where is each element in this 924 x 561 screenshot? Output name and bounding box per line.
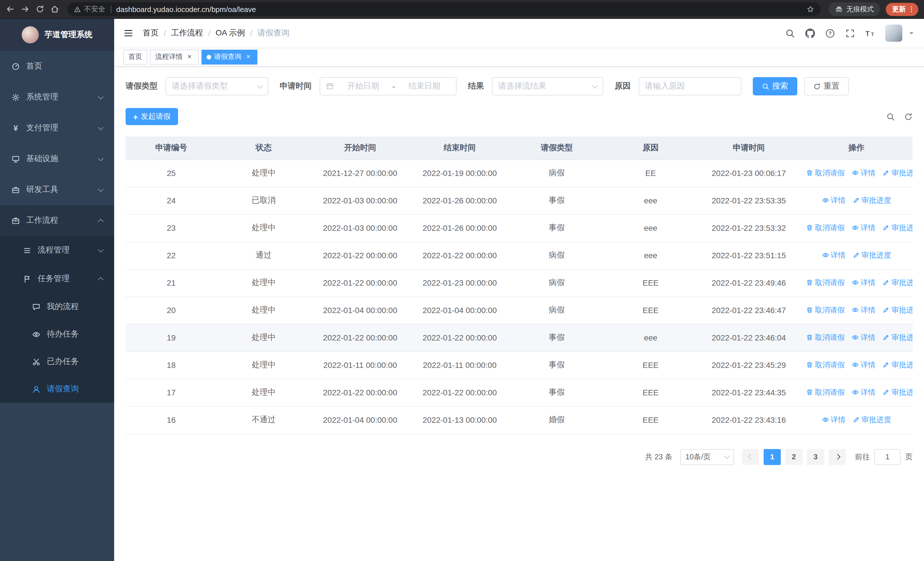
page-button-1[interactable]: 1 [764, 449, 781, 465]
progress-action-link[interactable]: 审批进度 [882, 360, 913, 370]
result-select[interactable]: 请选择流结果 [492, 77, 603, 95]
user-avatar[interactable] [885, 24, 902, 42]
progress-action-link[interactable]: 审批进度 [852, 250, 891, 260]
font-size-icon[interactable]: TT [865, 28, 875, 38]
progress-action-link[interactable]: 审批进度 [882, 278, 913, 288]
progress-action-label: 审批进度 [891, 278, 913, 288]
page-size-select[interactable]: 10条/页 [680, 449, 734, 465]
sidebar-item-devtools[interactable]: 研发工具 [0, 174, 114, 205]
page-button-2[interactable]: 2 [785, 449, 802, 465]
page-button-3[interactable]: 3 [807, 449, 824, 465]
table-search-icon[interactable] [886, 112, 895, 121]
reset-button[interactable]: 重置 [804, 77, 849, 95]
sidebar-item-task-mgmt[interactable]: 任务管理 [0, 265, 114, 293]
detail-action-link[interactable]: 详情 [852, 360, 876, 370]
create-leave-button[interactable]: + 发起请假 [126, 108, 178, 125]
cancel-action-link[interactable]: 取消请假 [806, 305, 844, 315]
bookmark-star-icon[interactable] [806, 5, 814, 13]
kebab-menu-icon[interactable] [908, 5, 915, 13]
progress-action-link[interactable]: 审批进度 [882, 332, 913, 343]
cancel-action-link[interactable]: 取消请假 [806, 360, 844, 370]
progress-action-link[interactable]: 审批进度 [882, 223, 913, 233]
column-header: 操作 [800, 137, 913, 159]
leave-type-select[interactable]: 请选择请假类型 [165, 77, 268, 95]
home-icon[interactable] [50, 5, 59, 14]
breadcrumb-item-home[interactable]: 首页 [142, 28, 159, 38]
tab-leave-query[interactable]: 请假查询 × [201, 50, 257, 64]
cancel-action-link[interactable]: 取消请假 [806, 168, 844, 178]
date-range-picker[interactable]: 开始日期 - 结束日期 [320, 77, 457, 95]
calendar-icon [326, 82, 334, 90]
detail-action-link[interactable]: 详情 [822, 415, 846, 425]
workflow-icon [11, 216, 20, 225]
detail-action-link[interactable]: 详情 [852, 223, 876, 233]
back-icon[interactable] [6, 5, 15, 14]
fullscreen-icon[interactable] [845, 28, 855, 38]
progress-action-link[interactable]: 审批进度 [882, 305, 913, 315]
table-row: 21处理中2022-01-22 00:00:002022-01-23 00:00… [126, 269, 913, 296]
svg-text:T: T [866, 30, 870, 37]
table-refresh-icon[interactable] [904, 112, 913, 121]
refresh-icon [813, 83, 821, 90]
cell-type: 事假 [510, 324, 604, 351]
reason-input[interactable]: 请输入原因 [639, 77, 741, 95]
detail-action-link[interactable]: 详情 [852, 278, 876, 288]
close-icon[interactable]: × [244, 53, 252, 61]
detail-action-link[interactable]: 详情 [852, 305, 876, 315]
svg-text:?: ? [828, 30, 831, 36]
close-icon[interactable]: × [186, 53, 194, 61]
breadcrumb-item-oa-example[interactable]: OA 示例 [216, 28, 245, 38]
tab-home[interactable]: 首页 [123, 50, 147, 64]
cell-start: 2022-01-04 00:00:00 [310, 406, 410, 434]
table-row: 16不通过2022-01-04 00:00:002022-01-13 00:00… [126, 406, 913, 434]
eye-icon [852, 224, 859, 232]
update-button[interactable]: 更新 [886, 3, 918, 16]
search-button[interactable]: 搜索 [753, 77, 797, 95]
sidebar-item-system[interactable]: 系统管理 [0, 82, 114, 113]
tab-process-detail[interactable]: 流程详情 × [150, 50, 199, 64]
chevron-down-icon [98, 93, 104, 99]
detail-action-link[interactable]: 详情 [852, 168, 876, 178]
edit-icon [882, 279, 890, 286]
sidebar-item-home[interactable]: 首页 [0, 51, 114, 82]
goto-page-input[interactable] [874, 449, 901, 465]
sidebar-item-payment[interactable]: ¥支付管理 [0, 113, 114, 143]
hamburger-icon[interactable] [123, 28, 134, 38]
forward-icon[interactable] [21, 5, 30, 14]
help-icon[interactable]: ? [825, 28, 835, 38]
detail-action-link[interactable]: 详情 [822, 250, 846, 260]
progress-action-link[interactable]: 审批进度 [852, 415, 891, 425]
trash-icon [806, 389, 813, 396]
sidebar-item-leave-query[interactable]: 请假查询 [0, 375, 114, 403]
detail-action-link[interactable]: 详情 [822, 196, 846, 206]
progress-action-link[interactable]: 审批进度 [882, 168, 913, 178]
sidebar-item-my-process[interactable]: 我的流程 [0, 293, 114, 320]
address-bar[interactable]: 不安全 dashboard.yudao.iocoder.cn/bpm/oa/le… [68, 2, 821, 16]
progress-action-link[interactable]: 审批进度 [852, 196, 891, 206]
breadcrumb-item-workflow[interactable]: 工作流程 [171, 28, 203, 38]
prev-page-button[interactable] [742, 449, 759, 465]
cell-reason: EEE [604, 379, 698, 406]
cancel-action-link[interactable]: 取消请假 [806, 278, 844, 288]
cancel-action-link[interactable]: 取消请假 [806, 223, 844, 233]
reload-icon[interactable] [35, 5, 45, 14]
search-icon[interactable] [785, 28, 795, 38]
app-title: 芋道管理系统 [45, 30, 93, 40]
cancel-action-link[interactable]: 取消请假 [806, 387, 844, 398]
sidebar-item-workflow[interactable]: 工作流程 [0, 205, 114, 236]
progress-action-label: 审批进度 [891, 223, 913, 233]
sidebar-item-todo-tasks[interactable]: 待办任务 [0, 320, 114, 348]
cancel-action-label: 取消请假 [815, 387, 844, 398]
cancel-action-label: 取消请假 [815, 168, 844, 178]
cancel-action-link[interactable]: 取消请假 [806, 332, 844, 343]
sidebar-item-done-tasks[interactable]: 已办任务 [0, 348, 114, 375]
github-icon[interactable] [805, 28, 815, 38]
sidebar-item-process-mgmt[interactable]: 流程管理 [0, 236, 114, 265]
detail-action-link[interactable]: 详情 [852, 387, 876, 398]
next-page-button[interactable] [829, 449, 846, 465]
detail-action-link[interactable]: 详情 [852, 332, 876, 343]
user-icon [32, 385, 40, 393]
sidebar-item-label: 基础设施 [26, 154, 58, 164]
progress-action-link[interactable]: 审批进度 [882, 387, 913, 398]
sidebar-item-infrastructure[interactable]: 基础设施 [0, 143, 114, 174]
